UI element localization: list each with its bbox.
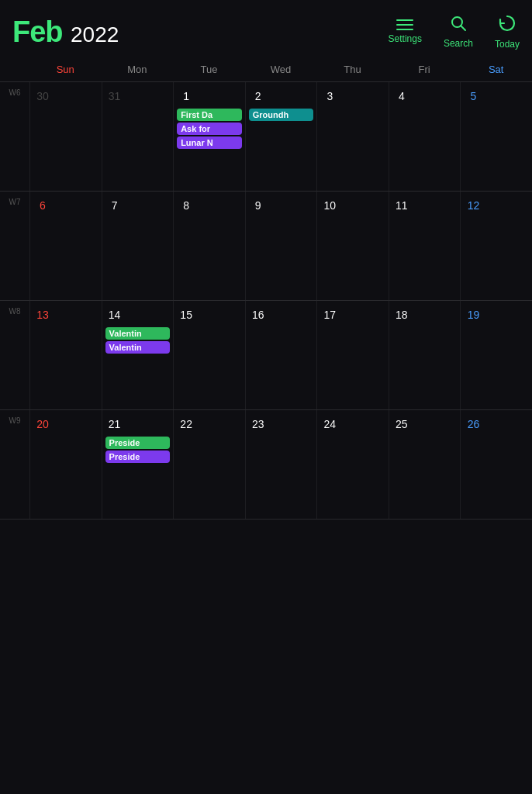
day-header-thu: Thu <box>316 60 389 78</box>
today-icon <box>498 14 516 36</box>
day-cell-w1-d6[interactable]: 12 <box>460 192 532 300</box>
search-label: Search <box>444 38 473 49</box>
day-cell-w2-d6[interactable]: 19 <box>460 301 532 409</box>
event-w0-d3-0[interactable]: Groundh <box>249 109 314 121</box>
day-cell-w2-d2[interactable]: 15 <box>173 301 245 409</box>
day-header-tue: Tue <box>173 60 245 78</box>
day-number-17: 17 <box>320 306 339 324</box>
day-cell-w3-d1[interactable]: 21PresidePreside <box>102 410 174 519</box>
event-w2-d1-0[interactable]: Valentin <box>105 327 171 340</box>
day-number-1: 1 <box>177 87 195 105</box>
day-cell-w3-d5[interactable]: 25 <box>389 410 461 519</box>
year-label: 2022 <box>71 22 119 47</box>
week-row-1: W76789101112 <box>0 192 532 301</box>
calendar-header: Feb 2022 Settings Search <box>0 0 532 57</box>
day-number-13: 13 <box>33 306 52 324</box>
day-number-2: 2 <box>249 87 268 105</box>
day-cell-w2-d3[interactable]: 16 <box>245 301 317 409</box>
day-number-18: 18 <box>392 306 411 324</box>
week-label-header <box>0 60 29 78</box>
today-label: Today <box>495 39 520 50</box>
search-button[interactable]: Search <box>444 15 473 49</box>
day-headers-row: Sun Mon Tue Wed Thu Fri Sat <box>0 57 532 82</box>
day-number-14: 14 <box>105 306 124 324</box>
day-number-22: 22 <box>177 415 195 433</box>
day-header-sat: Sat <box>460 60 532 78</box>
header-actions: Settings Search Today <box>389 14 520 50</box>
day-cell-w1-d3[interactable]: 9 <box>245 192 317 300</box>
day-number-16: 16 <box>249 306 268 324</box>
day-number-19: 19 <box>464 306 482 324</box>
day-number-15: 15 <box>177 306 195 324</box>
event-w0-d2-2[interactable]: Lunar N <box>177 136 242 149</box>
day-cell-w1-d0[interactable]: 6 <box>29 192 102 300</box>
calendar-grid: Sun Mon Tue Wed Thu Fri Sat W630311First… <box>0 57 532 520</box>
week-number-2: W8 <box>9 307 21 316</box>
event-w3-d1-0[interactable]: Preside <box>105 437 171 449</box>
day-cell-w0-d2[interactable]: 1First DaAsk forLunar N <box>173 82 245 191</box>
svg-line-1 <box>461 26 465 30</box>
day-cell-w1-d2[interactable]: 8 <box>173 192 245 300</box>
day-header-fri: Fri <box>389 60 461 78</box>
week-row-0: W630311First DaAsk forLunar N2Groundh345 <box>0 82 532 192</box>
event-w0-d2-1[interactable]: Ask for <box>177 123 242 135</box>
day-header-sun: Sun <box>29 60 102 78</box>
day-number-11: 11 <box>392 196 411 215</box>
day-cell-w2-d0[interactable]: 13 <box>29 301 102 409</box>
week-row-3: W92021PresidePreside2223242526 <box>0 410 532 520</box>
month-year-title: Feb 2022 <box>12 16 389 49</box>
day-cell-w3-d4[interactable]: 24 <box>316 410 389 519</box>
day-number-5: 5 <box>464 87 482 105</box>
day-cell-w0-d1[interactable]: 31 <box>102 82 174 191</box>
day-cell-w0-d6[interactable]: 5 <box>460 82 532 191</box>
weeks-container: W630311First DaAsk forLunar N2Groundh345… <box>0 82 532 520</box>
week-label-3: W9 <box>0 410 29 519</box>
day-number-10: 10 <box>320 196 339 215</box>
day-number-3: 3 <box>320 87 339 105</box>
day-number-12: 12 <box>464 196 482 215</box>
day-cell-w3-d3[interactable]: 23 <box>245 410 317 519</box>
day-number-8: 8 <box>177 196 195 215</box>
day-cell-w1-d1[interactable]: 7 <box>102 192 174 300</box>
today-button[interactable]: Today <box>495 14 520 50</box>
day-cell-w2-d1[interactable]: 14ValentinValentin <box>102 301 174 409</box>
day-number-26: 26 <box>464 415 482 433</box>
day-header-mon: Mon <box>102 60 174 78</box>
week-label-2: W8 <box>0 301 29 409</box>
event-w0-d2-0[interactable]: First Da <box>177 109 242 121</box>
search-icon <box>450 15 467 35</box>
day-cell-w3-d2[interactable]: 22 <box>173 410 245 519</box>
week-number-3: W9 <box>9 416 21 425</box>
day-cell-w3-d6[interactable]: 26 <box>460 410 532 519</box>
week-number-0: W6 <box>9 88 21 97</box>
day-number-6: 6 <box>33 196 52 215</box>
day-number-20: 20 <box>33 415 52 433</box>
day-cell-w2-d5[interactable]: 18 <box>389 301 461 409</box>
day-number-24: 24 <box>320 415 339 433</box>
day-cell-w2-d4[interactable]: 17 <box>316 301 389 409</box>
day-number-25: 25 <box>392 415 411 433</box>
event-w2-d1-1[interactable]: Valentin <box>105 341 171 354</box>
event-w3-d1-1[interactable]: Preside <box>105 451 171 463</box>
day-number-9: 9 <box>249 196 268 215</box>
hamburger-icon <box>396 19 413 30</box>
week-number-1: W7 <box>9 198 21 206</box>
day-number-21: 21 <box>105 415 124 433</box>
day-cell-w0-d0[interactable]: 30 <box>29 82 102 191</box>
day-cell-w1-d5[interactable]: 11 <box>389 192 461 300</box>
settings-button[interactable]: Settings <box>389 19 422 44</box>
day-number-30: 30 <box>33 87 52 105</box>
day-cell-w0-d3[interactable]: 2Groundh <box>245 82 317 191</box>
day-header-wed: Wed <box>245 60 317 78</box>
day-number-4: 4 <box>392 87 411 105</box>
day-cell-w0-d4[interactable]: 3 <box>316 82 389 191</box>
day-number-23: 23 <box>249 415 268 433</box>
week-label-1: W7 <box>0 192 29 300</box>
day-cell-w0-d5[interactable]: 4 <box>389 82 461 191</box>
day-number-7: 7 <box>105 196 124 215</box>
day-cell-w1-d4[interactable]: 10 <box>316 192 389 300</box>
day-cell-w3-d0[interactable]: 20 <box>29 410 102 519</box>
day-number-31: 31 <box>105 87 124 105</box>
month-label: Feb <box>12 16 63 48</box>
week-label-0: W6 <box>0 82 29 191</box>
